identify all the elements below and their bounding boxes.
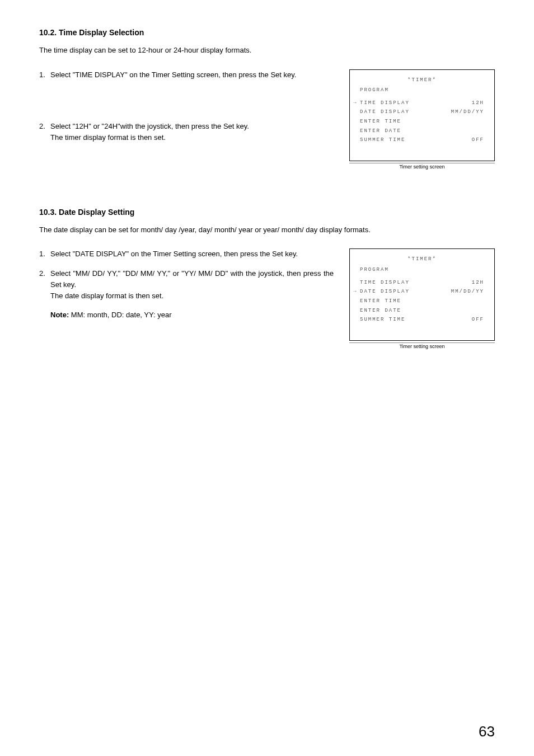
timer-screen-1: *TIMER* PROGRAM → TIME DISPLAY 12H DATE … [349,69,495,161]
step-10-3-1: Select "DATE DISPLAY" on the Timer Setti… [39,248,334,260]
screen1-summer-time-val: OFF [472,135,484,145]
screen2-date-display-val: MM/DD/YY [451,287,484,297]
screen1-caption: Timer setting screen [349,163,495,170]
note-text: MM: month, DD: date, YY: year [69,311,171,319]
screen2-enter-date: ENTER DATE [360,306,401,316]
step-10-3-2-line1: Select "MM/ DD/ YY," "DD/ MM/ YY," or "Y… [50,269,334,289]
intro-10-3: The date display can be set for month/ d… [39,224,495,236]
row-10-2: Select "TIME DISPLAY" on the Timer Setti… [39,69,495,170]
step-10-3-1-text: Select "DATE DISPLAY" on the Timer Setti… [50,250,298,258]
arrow-right-icon: → [353,98,359,108]
screen1-enter-date: ENTER DATE [360,126,401,136]
screen2-caption: Timer setting screen [349,342,495,349]
screen2-enter-time: ENTER TIME [360,297,401,306]
section-10-2: 10.2. Time Display Selection The time di… [39,28,495,170]
screen1-time-display-val: 12H [472,98,484,108]
step-10-3-2-line2: The date display format is then set. [50,292,163,300]
screen2-summer-time-val: OFF [472,315,484,325]
screen-wrap-2: *TIMER* PROGRAM TIME DISPLAY 12H → DATE … [349,248,495,349]
note-10-3: Note: MM: month, DD: date, YY: year [50,309,334,321]
row-10-3: Select "DATE DISPLAY" on the Timer Setti… [39,248,495,349]
arrow-right-icon: → [353,287,359,297]
screen2-program: PROGRAM [360,265,389,275]
screen2-title: *TIMER* [360,255,484,264]
timer-screen-2: *TIMER* PROGRAM TIME DISPLAY 12H → DATE … [349,248,495,340]
screen1-enter-time: ENTER TIME [360,117,401,126]
step-10-2-1: Select "TIME DISPLAY" on the Timer Setti… [39,69,334,81]
steps-10-2: Select "TIME DISPLAY" on the Timer Setti… [39,69,334,166]
step-10-2-2-line1: Select "12H" or "24H"with the joystick, … [50,122,249,130]
steps-10-3: Select "DATE DISPLAY" on the Timer Setti… [39,248,334,343]
heading-10-2: 10.2. Time Display Selection [39,28,495,37]
screen1-date-display-val: MM/DD/YY [451,107,484,117]
screen1-summer-time: SUMMER TIME [360,135,405,145]
screen-wrap-1: *TIMER* PROGRAM → TIME DISPLAY 12H DATE … [349,69,495,170]
screen1-program: PROGRAM [360,86,389,95]
note-label: Note: [50,311,69,319]
intro-10-2: The time display can be set to 12-hour o… [39,45,495,56]
step-10-2-1-text: Select "TIME DISPLAY" on the Timer Setti… [50,71,296,79]
screen2-time-display-val: 12H [472,278,484,288]
screen1-title: *TIMER* [360,76,484,85]
screen2-time-display: TIME DISPLAY [360,278,410,288]
screen1-date-display: DATE DISPLAY [360,107,410,117]
screen1-time-display: TIME DISPLAY [360,98,410,108]
step-10-2-2: Select "12H" or "24H"with the joystick, … [39,121,334,143]
screen2-date-display: DATE DISPLAY [360,287,410,297]
heading-10-3: 10.3. Date Display Setting [39,208,495,217]
page-number: 63 [479,723,495,740]
section-10-3: 10.3. Date Display Setting The date disp… [39,208,495,349]
step-10-3-2: Select "MM/ DD/ YY," "DD/ MM/ YY," or "Y… [39,268,334,321]
step-10-2-2-line2: The timer display format is then set. [50,133,166,142]
screen2-summer-time: SUMMER TIME [360,315,405,325]
